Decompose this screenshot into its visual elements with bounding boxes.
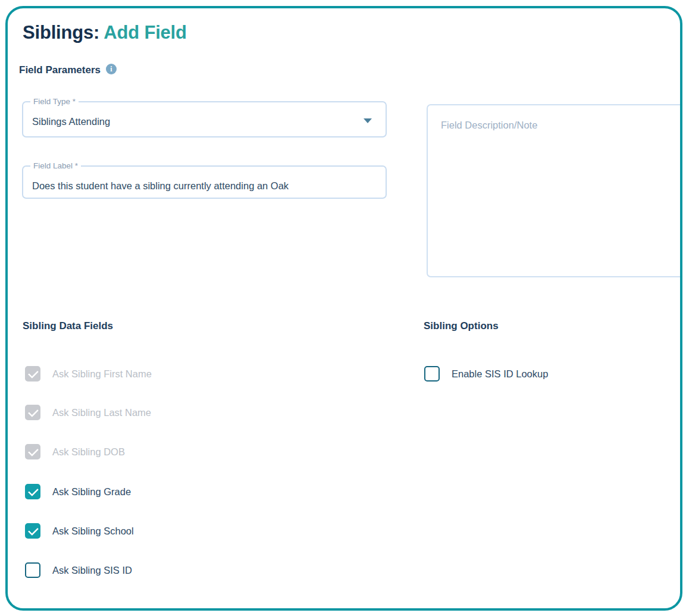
field-description-textarea[interactable] (427, 104, 682, 277)
ask-sibling-last-name-checkbox (25, 405, 40, 420)
checkbox-label: Ask Sibling School (52, 526, 134, 537)
info-icon[interactable]: i (106, 64, 117, 74)
checkmark-icon (28, 368, 39, 379)
field-type-label: Field Type * (30, 97, 79, 106)
chevron-down-icon[interactable] (364, 118, 372, 123)
checkmark-icon (28, 486, 39, 496)
checkbox-label: Enable SIS ID Lookup (452, 368, 548, 380)
checkbox-row-ask-sibling-dob: Ask Sibling DOB (25, 444, 125, 459)
field-type-value: Siblings Attending (32, 116, 359, 127)
enable-sis-id-lookup-checkbox[interactable] (424, 366, 440, 382)
page-title-action: Add Field (104, 22, 186, 43)
checkmark-icon (28, 407, 39, 417)
checkbox-row-ask-sibling-school[interactable]: Ask Sibling School (25, 523, 134, 539)
sibling-data-fields-heading: Sibling Data Fields (23, 320, 113, 332)
sibling-options-heading: Sibling Options (424, 320, 499, 332)
checkbox-row-enable-sis-id-lookup[interactable]: Enable SIS ID Lookup (424, 366, 548, 382)
field-label-group: Field Label * (22, 165, 387, 199)
checkbox-label: Ask Sibling DOB (52, 446, 125, 458)
ask-sibling-grade-checkbox[interactable] (25, 484, 40, 499)
field-parameters-text: Field Parameters (19, 64, 101, 76)
checkbox-label: Ask Sibling SIS ID (52, 565, 132, 576)
ask-sibling-school-checkbox[interactable] (25, 523, 40, 539)
ask-sibling-dob-checkbox (25, 444, 40, 459)
checkbox-label: Ask Sibling Last Name (52, 407, 151, 418)
checkbox-label: Ask Sibling Grade (52, 486, 131, 498)
page-title-prefix: Siblings: (23, 22, 104, 43)
field-label-input[interactable] (32, 167, 376, 201)
page-title: Siblings: Add Field (23, 20, 187, 45)
field-type-select[interactable]: Field Type * Siblings Attending (22, 101, 387, 137)
ask-sibling-sis-id-checkbox[interactable] (25, 562, 40, 578)
checkbox-row-ask-sibling-first-name: Ask Sibling First Name (25, 366, 152, 382)
checkbox-label: Ask Sibling First Name (52, 368, 152, 380)
checkbox-row-ask-sibling-sis-id[interactable]: Ask Sibling SIS ID (25, 562, 132, 578)
ask-sibling-first-name-checkbox (25, 366, 40, 382)
checkbox-row-ask-sibling-grade[interactable]: Ask Sibling Grade (25, 484, 131, 499)
checkmark-icon (28, 525, 39, 536)
field-parameters-label: Field Parameters i (19, 64, 117, 76)
checkbox-row-ask-sibling-last-name: Ask Sibling Last Name (25, 405, 151, 420)
add-field-panel: Siblings: Add Field Field Parameters i F… (5, 6, 682, 611)
checkmark-icon (28, 446, 39, 456)
